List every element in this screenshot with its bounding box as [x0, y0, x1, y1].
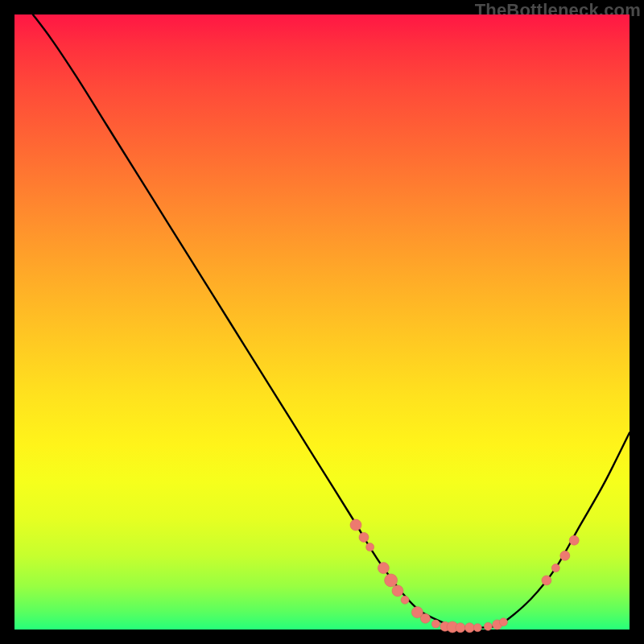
curve-marker [484, 622, 492, 630]
curve-marker [392, 585, 403, 597]
curve-marker [359, 532, 369, 542]
curve-marker [473, 624, 481, 632]
curve-marker [401, 596, 409, 604]
curve-marker [366, 543, 374, 551]
curve-marker [456, 623, 465, 633]
curve-marker [420, 613, 430, 623]
curve-marker [499, 618, 507, 626]
curve-marker [560, 551, 570, 560]
curve-markers [350, 519, 579, 633]
chart-frame [14, 14, 630, 630]
bottleneck-curve [33, 14, 630, 628]
curve-marker [350, 519, 361, 530]
curve-marker [551, 564, 559, 572]
curve-marker [569, 535, 579, 545]
curve-marker [431, 620, 440, 628]
curve-marker [542, 576, 551, 585]
curve-marker [378, 563, 389, 574]
chart-svg [14, 14, 630, 630]
curve-marker [464, 623, 474, 633]
curve-marker [385, 574, 398, 587]
